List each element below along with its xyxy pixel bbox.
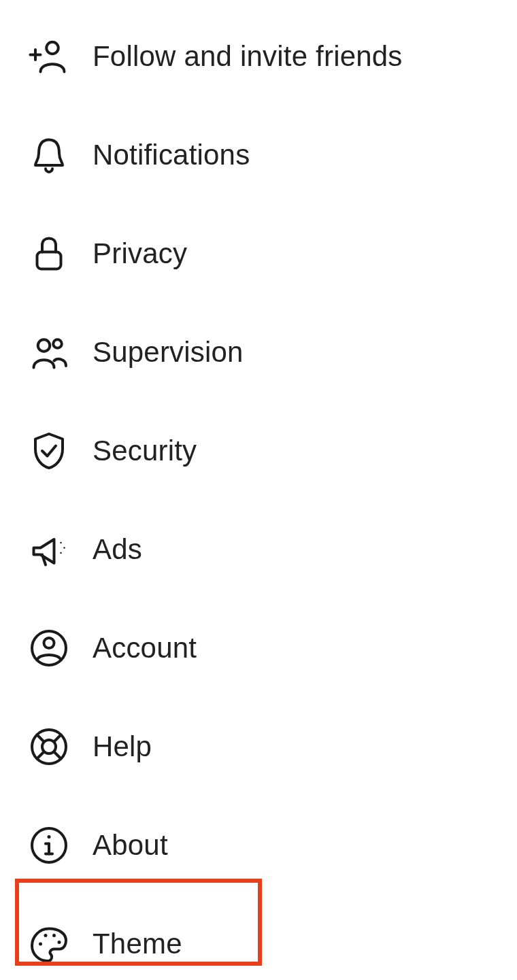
- svg-point-7: [60, 541, 62, 543]
- settings-list: Follow and invite friends Notifications …: [0, 0, 517, 980]
- svg-point-9: [60, 552, 62, 554]
- svg-point-11: [44, 638, 54, 648]
- settings-item-label: Account: [93, 632, 197, 664]
- settings-item-ads[interactable]: Ads: [0, 500, 517, 598]
- palette-icon: [27, 922, 71, 966]
- settings-item-label: Supervision: [93, 336, 244, 369]
- account-circle-icon: [27, 626, 71, 670]
- people-icon: [27, 331, 71, 374]
- svg-line-15: [54, 734, 61, 741]
- settings-item-help[interactable]: Help: [0, 697, 517, 796]
- svg-point-8: [63, 547, 65, 549]
- settings-item-label: About: [93, 829, 168, 862]
- settings-item-follow-invite[interactable]: Follow and invite friends: [0, 7, 517, 105]
- settings-item-label: Notifications: [93, 139, 250, 171]
- settings-item-security[interactable]: Security: [0, 401, 517, 500]
- megaphone-icon: [27, 528, 71, 571]
- settings-item-privacy[interactable]: Privacy: [0, 204, 517, 303]
- settings-item-account[interactable]: Account: [0, 598, 517, 697]
- svg-point-5: [53, 339, 62, 348]
- svg-point-0: [46, 41, 59, 54]
- settings-item-notifications[interactable]: Notifications: [0, 105, 517, 204]
- svg-rect-3: [37, 252, 61, 269]
- settings-item-label: Privacy: [93, 237, 187, 270]
- settings-item-label: Theme: [93, 928, 182, 960]
- svg-point-25: [52, 934, 56, 937]
- settings-item-label: Ads: [93, 533, 142, 566]
- svg-point-23: [39, 942, 42, 945]
- svg-line-16: [37, 751, 44, 758]
- svg-point-19: [48, 835, 51, 839]
- shield-check-icon: [27, 429, 71, 473]
- settings-item-theme[interactable]: Theme: [0, 894, 517, 980]
- settings-item-supervision[interactable]: Supervision: [0, 303, 517, 401]
- svg-line-17: [54, 751, 61, 758]
- lock-icon: [27, 232, 71, 275]
- settings-item-label: Security: [93, 435, 197, 467]
- settings-item-about[interactable]: About: [0, 796, 517, 894]
- settings-item-label: Help: [93, 730, 152, 763]
- lifebuoy-icon: [27, 725, 71, 768]
- add-user-icon: [27, 35, 71, 78]
- svg-line-14: [37, 734, 44, 741]
- settings-item-label: Follow and invite friends: [93, 40, 403, 73]
- svg-point-4: [38, 339, 50, 352]
- info-icon: [27, 824, 71, 867]
- svg-point-24: [44, 934, 48, 937]
- svg-point-26: [58, 941, 61, 944]
- bell-icon: [27, 133, 71, 177]
